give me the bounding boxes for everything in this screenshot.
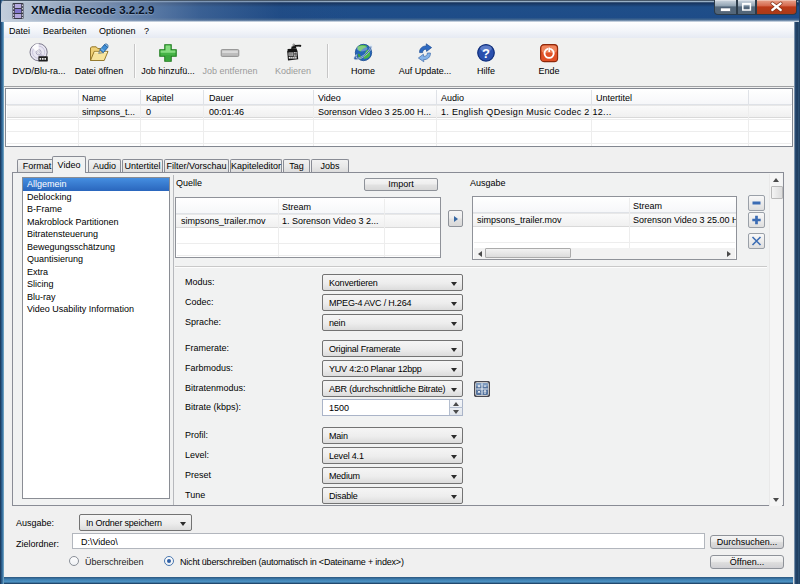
svg-text:?: ? xyxy=(482,46,490,61)
